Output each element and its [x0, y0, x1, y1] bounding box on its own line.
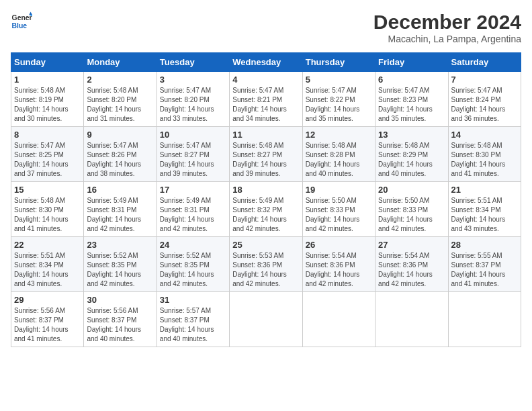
day-info: Sunrise: 5:47 AM Sunset: 8:24 PM Dayligh…: [451, 86, 518, 124]
day-number: 1: [14, 75, 81, 85]
day-number: 2: [87, 75, 153, 85]
day-info: Sunrise: 5:47 AM Sunset: 8:22 PM Dayligh…: [306, 86, 372, 124]
day-info: Sunrise: 5:54 AM Sunset: 8:36 PM Dayligh…: [378, 251, 445, 289]
calendar-cell: 28Sunrise: 5:55 AM Sunset: 8:37 PM Dayli…: [448, 237, 521, 292]
calendar-cell: 17Sunrise: 5:49 AM Sunset: 8:31 PM Dayli…: [157, 182, 229, 237]
week-row-1: 1Sunrise: 5:48 AM Sunset: 8:19 PM Daylig…: [11, 72, 521, 127]
day-info: Sunrise: 5:47 AM Sunset: 8:21 PM Dayligh…: [232, 86, 299, 124]
calendar-cell: [448, 292, 521, 347]
day-info: Sunrise: 5:48 AM Sunset: 8:29 PM Dayligh…: [378, 141, 445, 179]
day-info: Sunrise: 5:51 AM Sunset: 8:34 PM Dayligh…: [14, 251, 81, 289]
column-header-tuesday: Tuesday: [157, 53, 229, 72]
day-number: 8: [14, 130, 81, 140]
column-header-wednesday: Wednesday: [230, 53, 302, 72]
column-header-monday: Monday: [84, 53, 157, 72]
column-header-friday: Friday: [375, 53, 448, 72]
day-info: Sunrise: 5:55 AM Sunset: 8:37 PM Dayligh…: [451, 251, 518, 289]
day-number: 6: [378, 75, 445, 85]
day-info: Sunrise: 5:47 AM Sunset: 8:20 PM Dayligh…: [160, 86, 226, 124]
day-number: 16: [87, 185, 153, 195]
day-info: Sunrise: 5:48 AM Sunset: 8:30 PM Dayligh…: [14, 196, 81, 234]
day-info: Sunrise: 5:47 AM Sunset: 8:26 PM Dayligh…: [87, 141, 153, 179]
subtitle: Macachin, La Pampa, Argentina: [373, 34, 521, 44]
day-number: 29: [14, 295, 81, 305]
calendar-cell: 29Sunrise: 5:56 AM Sunset: 8:37 PM Dayli…: [11, 292, 84, 347]
day-info: Sunrise: 5:53 AM Sunset: 8:36 PM Dayligh…: [232, 251, 299, 289]
week-row-3: 15Sunrise: 5:48 AM Sunset: 8:30 PM Dayli…: [11, 182, 521, 237]
day-number: 22: [14, 240, 81, 250]
day-info: Sunrise: 5:49 AM Sunset: 8:31 PM Dayligh…: [87, 196, 153, 234]
day-info: Sunrise: 5:48 AM Sunset: 8:20 PM Dayligh…: [87, 86, 153, 124]
calendar-cell: 16Sunrise: 5:49 AM Sunset: 8:31 PM Dayli…: [84, 182, 157, 237]
day-info: Sunrise: 5:48 AM Sunset: 8:28 PM Dayligh…: [306, 141, 372, 179]
day-info: Sunrise: 5:47 AM Sunset: 8:23 PM Dayligh…: [378, 86, 445, 124]
calendar-cell: 13Sunrise: 5:48 AM Sunset: 8:29 PM Dayli…: [375, 127, 448, 182]
calendar-cell: 26Sunrise: 5:54 AM Sunset: 8:36 PM Dayli…: [302, 237, 375, 292]
calendar-cell: 4Sunrise: 5:47 AM Sunset: 8:21 PM Daylig…: [230, 72, 302, 127]
calendar-cell: 10Sunrise: 5:47 AM Sunset: 8:27 PM Dayli…: [157, 127, 229, 182]
day-info: Sunrise: 5:54 AM Sunset: 8:36 PM Dayligh…: [306, 251, 372, 289]
calendar-cell: 6Sunrise: 5:47 AM Sunset: 8:23 PM Daylig…: [375, 72, 448, 127]
calendar-cell: 18Sunrise: 5:49 AM Sunset: 8:32 PM Dayli…: [230, 182, 302, 237]
day-number: 30: [87, 295, 153, 305]
day-number: 11: [232, 130, 299, 140]
calendar-cell: 2Sunrise: 5:48 AM Sunset: 8:20 PM Daylig…: [84, 72, 157, 127]
calendar-cell: [302, 292, 375, 347]
day-number: 3: [160, 75, 226, 85]
calendar-cell: 20Sunrise: 5:50 AM Sunset: 8:33 PM Dayli…: [375, 182, 448, 237]
title-area: December 2024 Macachin, La Pampa, Argent…: [373, 11, 521, 44]
column-header-thursday: Thursday: [302, 53, 375, 72]
svg-text:Blue: Blue: [12, 22, 28, 30]
day-number: 27: [378, 240, 445, 250]
day-number: 14: [451, 130, 518, 140]
calendar-cell: 11Sunrise: 5:48 AM Sunset: 8:27 PM Dayli…: [230, 127, 302, 182]
calendar-cell: 12Sunrise: 5:48 AM Sunset: 8:28 PM Dayli…: [302, 127, 375, 182]
header-row: SundayMondayTuesdayWednesdayThursdayFrid…: [11, 53, 521, 72]
calendar-table: SundayMondayTuesdayWednesdayThursdayFrid…: [11, 52, 521, 347]
day-info: Sunrise: 5:57 AM Sunset: 8:37 PM Dayligh…: [160, 306, 226, 344]
calendar-cell: [375, 292, 448, 347]
day-number: 21: [451, 185, 518, 195]
day-info: Sunrise: 5:51 AM Sunset: 8:34 PM Dayligh…: [451, 196, 518, 234]
day-info: Sunrise: 5:56 AM Sunset: 8:37 PM Dayligh…: [14, 306, 81, 344]
day-info: Sunrise: 5:50 AM Sunset: 8:33 PM Dayligh…: [306, 196, 372, 234]
calendar-cell: 15Sunrise: 5:48 AM Sunset: 8:30 PM Dayli…: [11, 182, 84, 237]
day-number: 28: [451, 240, 518, 250]
day-number: 31: [160, 295, 226, 305]
calendar-cell: 1Sunrise: 5:48 AM Sunset: 8:19 PM Daylig…: [11, 72, 84, 127]
day-info: Sunrise: 5:52 AM Sunset: 8:35 PM Dayligh…: [87, 251, 153, 289]
day-number: 12: [306, 130, 372, 140]
svg-text:General: General: [12, 14, 32, 21]
main-title: December 2024: [373, 11, 521, 34]
day-number: 26: [306, 240, 372, 250]
day-number: 4: [232, 75, 299, 85]
calendar-cell: 19Sunrise: 5:50 AM Sunset: 8:33 PM Dayli…: [302, 182, 375, 237]
day-number: 13: [378, 130, 445, 140]
calendar-cell: 21Sunrise: 5:51 AM Sunset: 8:34 PM Dayli…: [448, 182, 521, 237]
day-number: 5: [306, 75, 372, 85]
calendar-cell: 24Sunrise: 5:52 AM Sunset: 8:35 PM Dayli…: [157, 237, 229, 292]
calendar-cell: [230, 292, 302, 347]
day-info: Sunrise: 5:47 AM Sunset: 8:27 PM Dayligh…: [160, 141, 226, 179]
calendar-cell: 27Sunrise: 5:54 AM Sunset: 8:36 PM Dayli…: [375, 237, 448, 292]
day-number: 7: [451, 75, 518, 85]
calendar-cell: 5Sunrise: 5:47 AM Sunset: 8:22 PM Daylig…: [302, 72, 375, 127]
day-info: Sunrise: 5:48 AM Sunset: 8:30 PM Dayligh…: [451, 141, 518, 179]
day-info: Sunrise: 5:56 AM Sunset: 8:37 PM Dayligh…: [87, 306, 153, 344]
day-number: 18: [232, 185, 299, 195]
day-number: 23: [87, 240, 153, 250]
calendar-cell: 22Sunrise: 5:51 AM Sunset: 8:34 PM Dayli…: [11, 237, 84, 292]
calendar-cell: 7Sunrise: 5:47 AM Sunset: 8:24 PM Daylig…: [448, 72, 521, 127]
logo: General Blue: [11, 11, 32, 32]
column-header-sunday: Sunday: [11, 53, 84, 72]
day-info: Sunrise: 5:48 AM Sunset: 8:19 PM Dayligh…: [14, 86, 81, 124]
day-number: 17: [160, 185, 226, 195]
day-number: 19: [306, 185, 372, 195]
day-info: Sunrise: 5:48 AM Sunset: 8:27 PM Dayligh…: [232, 141, 299, 179]
calendar-cell: 9Sunrise: 5:47 AM Sunset: 8:26 PM Daylig…: [84, 127, 157, 182]
day-number: 9: [87, 130, 153, 140]
day-info: Sunrise: 5:49 AM Sunset: 8:31 PM Dayligh…: [160, 196, 226, 234]
day-number: 24: [160, 240, 226, 250]
column-header-saturday: Saturday: [448, 53, 521, 72]
day-info: Sunrise: 5:49 AM Sunset: 8:32 PM Dayligh…: [232, 196, 299, 234]
